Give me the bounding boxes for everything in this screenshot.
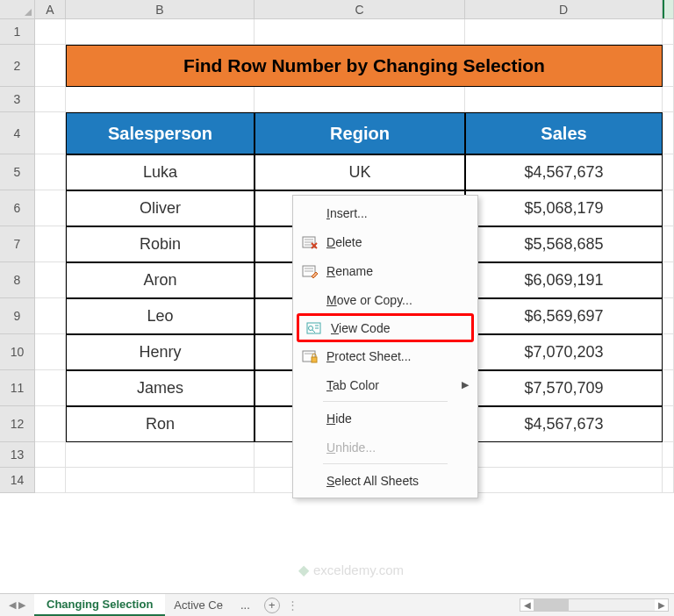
table-cell-person[interactable]: Luka xyxy=(66,154,255,190)
scroll-track[interactable] xyxy=(534,599,655,611)
table-header-d[interactable]: Sales xyxy=(465,112,663,154)
col-header-B[interactable]: B xyxy=(66,0,255,18)
menu-selectall-label: Select All Sheets xyxy=(326,474,469,488)
menu-unhide-label: Unhide... xyxy=(326,441,469,455)
row-header-12[interactable]: 12 xyxy=(0,406,34,442)
table-cell-person[interactable]: Henry xyxy=(66,334,255,370)
col-header-E[interactable] xyxy=(663,0,674,18)
row-header-7[interactable]: 7 xyxy=(0,226,34,262)
table-cell-sales[interactable]: $4,567,673 xyxy=(465,154,663,190)
row-header-14[interactable]: 14 xyxy=(0,468,34,493)
menu-insert[interactable]: Insert... xyxy=(295,198,476,227)
view-code-icon xyxy=(305,320,324,336)
table-cell-person[interactable]: Aron xyxy=(66,262,255,298)
select-all-corner[interactable] xyxy=(0,0,35,18)
table-header-c[interactable]: Region xyxy=(255,112,465,154)
row-header-1[interactable]: 1 xyxy=(0,19,34,45)
menu-rename-label: Rename xyxy=(326,264,469,278)
sheet-tab-active[interactable]: Changing Selection xyxy=(34,594,165,616)
watermark-text: exceldemy.com xyxy=(313,562,404,577)
sheet-tab-context-menu: Insert... Delete Rename Move or Copy... … xyxy=(292,195,478,498)
tab-bar-grip-icon[interactable]: ⋮ xyxy=(280,598,305,612)
row-header-10[interactable]: 10 xyxy=(0,334,34,370)
protect-sheet-icon xyxy=(300,348,319,364)
table-cell-sales[interactable]: $5,068,179 xyxy=(465,190,663,226)
tab-nav-next-icon[interactable]: ▶ xyxy=(18,599,25,611)
row-header-13[interactable]: 13 xyxy=(0,442,34,468)
column-headers-row: A B C D xyxy=(0,0,674,19)
menu-insert-label: Insert... xyxy=(326,206,469,220)
row-header-3[interactable]: 3 xyxy=(0,87,34,112)
menu-rename[interactable]: Rename xyxy=(295,256,476,285)
blank-icon xyxy=(300,411,319,426)
table-cell-person[interactable]: Leo xyxy=(66,298,255,334)
blank-icon xyxy=(300,292,319,308)
tab-nav-buttons[interactable]: ◀ ▶ xyxy=(0,599,34,611)
blank-icon xyxy=(300,205,319,221)
menu-tabcolor-label: Tab Color xyxy=(326,378,469,392)
row-header-9[interactable]: 9 xyxy=(0,298,34,334)
menu-viewcode-label: View Code xyxy=(331,321,464,335)
menu-hide[interactable]: Hide xyxy=(295,404,476,433)
table-cell-sales[interactable]: $6,069,191 xyxy=(465,262,663,298)
row-header-2[interactable]: 2 xyxy=(0,45,34,87)
col-header-D[interactable]: D xyxy=(465,0,663,18)
blank-icon xyxy=(300,440,319,455)
menu-delete-label: Delete xyxy=(326,235,469,249)
table-cell-sales[interactable]: $5,568,685 xyxy=(465,226,663,262)
page-title: Find Row Number by Changing Selection xyxy=(66,45,663,87)
table-cell-sales[interactable]: $7,570,709 xyxy=(465,370,663,406)
watermark-icon: ◆ xyxy=(298,562,309,578)
blank-icon xyxy=(300,377,319,393)
row-header-6[interactable]: 6 xyxy=(0,190,34,226)
table-cell-person[interactable]: Oliver xyxy=(66,190,255,226)
menu-unhide: Unhide... xyxy=(295,433,476,462)
svg-rect-16 xyxy=(312,357,317,362)
menu-delete[interactable]: Delete xyxy=(295,227,476,256)
col-header-C[interactable]: C xyxy=(255,0,465,18)
scroll-thumb[interactable] xyxy=(534,599,569,611)
row-header-8[interactable]: 8 xyxy=(0,262,34,298)
table-cell-person[interactable]: James xyxy=(66,370,255,406)
menu-hide-label: Hide xyxy=(326,412,469,426)
add-sheet-button[interactable]: + xyxy=(264,598,280,613)
sheet-tab-bar: ◀ ▶ Changing Selection Active Ce ... + ⋮… xyxy=(0,593,674,616)
menu-view-code[interactable]: View Code xyxy=(297,313,474,342)
table-cell-region[interactable]: UK xyxy=(255,154,465,190)
scroll-right-icon[interactable]: ▶ xyxy=(655,600,668,610)
menu-separator xyxy=(323,463,448,464)
watermark: ◆ exceldemy.com xyxy=(298,562,404,578)
menu-separator xyxy=(323,401,448,402)
horizontal-scrollbar[interactable]: ◀ ▶ xyxy=(520,598,669,612)
blank-icon xyxy=(300,473,319,489)
row-header-4[interactable]: 4 xyxy=(0,112,34,154)
table-cell-person[interactable]: Robin xyxy=(66,226,255,262)
row-header-5[interactable]: 5 xyxy=(0,154,34,190)
tab-nav-prev-icon[interactable]: ◀ xyxy=(9,599,16,611)
sheet-tab-other[interactable]: Active Ce xyxy=(165,595,232,615)
menu-move-label: Move or Copy... xyxy=(326,293,469,307)
menu-select-all-sheets[interactable]: Select All Sheets xyxy=(295,466,476,495)
table-cell-sales[interactable]: $6,569,697 xyxy=(465,298,663,334)
menu-tab-color[interactable]: Tab Color ▶ xyxy=(295,370,476,399)
menu-protect-label: Protect Sheet... xyxy=(326,349,469,363)
table-header-b[interactable]: Salesperson xyxy=(66,112,255,154)
menu-protect-sheet[interactable]: Protect Sheet... xyxy=(295,341,476,370)
delete-sheet-icon xyxy=(300,234,319,250)
sheet-tab-more[interactable]: ... xyxy=(232,595,259,615)
scroll-left-icon[interactable]: ◀ xyxy=(520,600,534,610)
table-cell-sales[interactable]: $7,070,203 xyxy=(465,334,663,370)
svg-line-11 xyxy=(312,330,315,333)
svg-point-10 xyxy=(309,326,313,330)
row-headers: 1234567891011121314 xyxy=(0,19,35,493)
col-header-A[interactable]: A xyxy=(35,0,66,18)
table-cell-person[interactable]: Ron xyxy=(66,406,255,442)
menu-move-copy[interactable]: Move or Copy... xyxy=(295,285,476,314)
table-cell-sales[interactable]: $4,567,673 xyxy=(465,406,663,442)
submenu-arrow-icon: ▶ xyxy=(462,379,469,390)
row-header-11[interactable]: 11 xyxy=(0,370,34,406)
rename-sheet-icon xyxy=(300,263,319,279)
